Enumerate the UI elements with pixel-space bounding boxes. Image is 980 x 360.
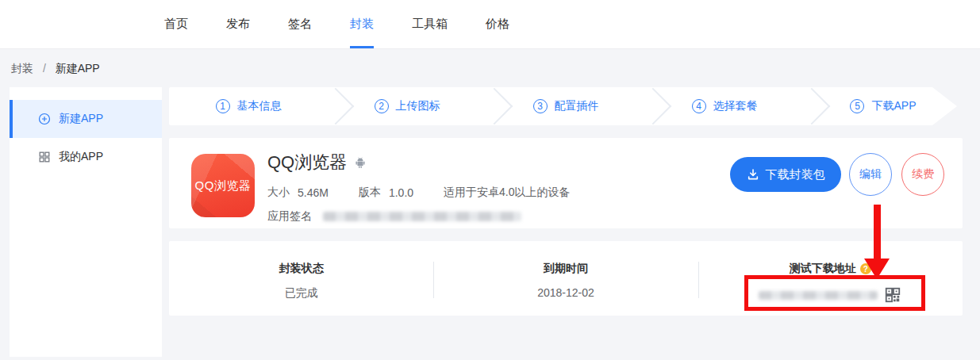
- step-number: 3: [533, 99, 548, 113]
- expiry-label: 到期时间: [544, 262, 588, 276]
- url-masked-value: [759, 291, 878, 300]
- question-badge-icon[interactable]: ?: [860, 263, 871, 274]
- signature-masked-value: [323, 212, 521, 221]
- app-card: QQ浏览器 QQ浏览器: [169, 138, 963, 228]
- signature-label: 应用签名: [267, 209, 312, 224]
- renew-button[interactable]: 续费: [901, 153, 944, 196]
- package-state-value: 已完成: [169, 286, 433, 301]
- status-col-package-state: 封装状态 已完成: [169, 241, 433, 316]
- status-col-expiry: 到期时间 2018-12-02: [433, 241, 698, 316]
- breadcrumb-root[interactable]: 封装: [11, 62, 33, 75]
- status-card: 封装状态 已完成 到期时间 2018-12-02 测试下载地址 ?: [169, 241, 963, 316]
- android-icon: [353, 155, 367, 170]
- breadcrumb-current: 新建APP: [56, 62, 100, 75]
- sidebar-item-my-apps[interactable]: 我的APP: [10, 138, 162, 176]
- size-label: 大小: [267, 186, 290, 200]
- step-label: 配置插件: [555, 99, 599, 113]
- column-divider: [433, 262, 434, 298]
- app-meta-row: 大小 5.46M 版本 1.0.0 适用于安卓4.0以上的设备: [267, 186, 571, 200]
- step-label: 上传图标: [396, 99, 440, 113]
- package-state-label: 封装状态: [279, 262, 324, 276]
- main-content: 1 基本信息 2 上传图标 3 配置插件 4 选择套餐 5 下载APP: [169, 87, 963, 316]
- step-select-plan[interactable]: 4 选择套餐: [645, 87, 804, 125]
- expiry-value: 2018-12-02: [433, 286, 698, 299]
- tab-price[interactable]: 价格: [486, 0, 509, 48]
- version-label: 版本: [359, 186, 381, 200]
- step-number: 4: [692, 99, 706, 113]
- tab-publish[interactable]: 发布: [226, 0, 250, 48]
- step-download-app[interactable]: 5 下载APP: [804, 87, 963, 125]
- qr-code-icon[interactable]: [884, 286, 901, 304]
- breadcrumb-separator: /: [43, 62, 46, 75]
- version-value: 1.0.0: [389, 186, 413, 199]
- download-package-button[interactable]: 下载封装包: [730, 157, 841, 192]
- download-button-label: 下载封装包: [766, 167, 825, 182]
- step-number: 5: [850, 99, 864, 113]
- column-divider: [698, 262, 699, 298]
- tab-package[interactable]: 封装: [350, 0, 374, 48]
- step-label: 基本信息: [237, 99, 282, 113]
- sidebar: 新建APP 我的APP: [10, 87, 162, 357]
- plus-circle-icon: [38, 113, 51, 125]
- signature-row: 应用签名: [267, 209, 571, 224]
- step-number: 1: [216, 99, 230, 113]
- step-basic-info[interactable]: 1 基本信息: [169, 87, 328, 125]
- page-body: 封装 / 新建APP 新建APP 我的APP: [0, 49, 980, 360]
- grid-icon: [38, 151, 51, 163]
- edit-button[interactable]: 编辑: [849, 153, 892, 196]
- tab-home[interactable]: 首页: [164, 0, 188, 48]
- sidebar-item-label: 新建APP: [59, 112, 103, 126]
- step-number: 2: [375, 99, 389, 113]
- sidebar-item-new-app[interactable]: 新建APP: [10, 100, 162, 138]
- download-icon: [747, 168, 759, 181]
- size-value: 5.46M: [298, 186, 329, 199]
- steps-bar: 1 基本信息 2 上传图标 3 配置插件 4 选择套餐 5 下载APP: [169, 87, 963, 125]
- sidebar-item-label: 我的APP: [59, 150, 103, 164]
- tab-signature[interactable]: 签名: [288, 0, 312, 48]
- test-download-label: 测试下载地址: [790, 262, 856, 276]
- app-icon: QQ浏览器: [191, 154, 255, 217]
- app-icon-label: QQ浏览器: [195, 178, 252, 193]
- step-label: 下载APP: [871, 99, 916, 113]
- step-label: 选择套餐: [713, 99, 758, 113]
- app-info: QQ浏览器 大小 5.46M: [267, 151, 571, 224]
- tab-toolbox[interactable]: 工具箱: [412, 0, 448, 48]
- status-col-test-download: 测试下载地址 ?: [698, 241, 963, 316]
- test-download-url[interactable]: [698, 286, 963, 304]
- breadcrumb: 封装 / 新建APP: [11, 62, 100, 76]
- step-upload-icon[interactable]: 2 上传图标: [328, 87, 486, 125]
- compatibility-text: 适用于安卓4.0以上的设备: [444, 186, 570, 200]
- app-title: QQ浏览器: [267, 151, 347, 174]
- top-nav: 首页 发布 签名 封装 工具箱 价格: [0, 0, 980, 49]
- step-configure-plugins[interactable]: 3 配置插件: [486, 87, 645, 125]
